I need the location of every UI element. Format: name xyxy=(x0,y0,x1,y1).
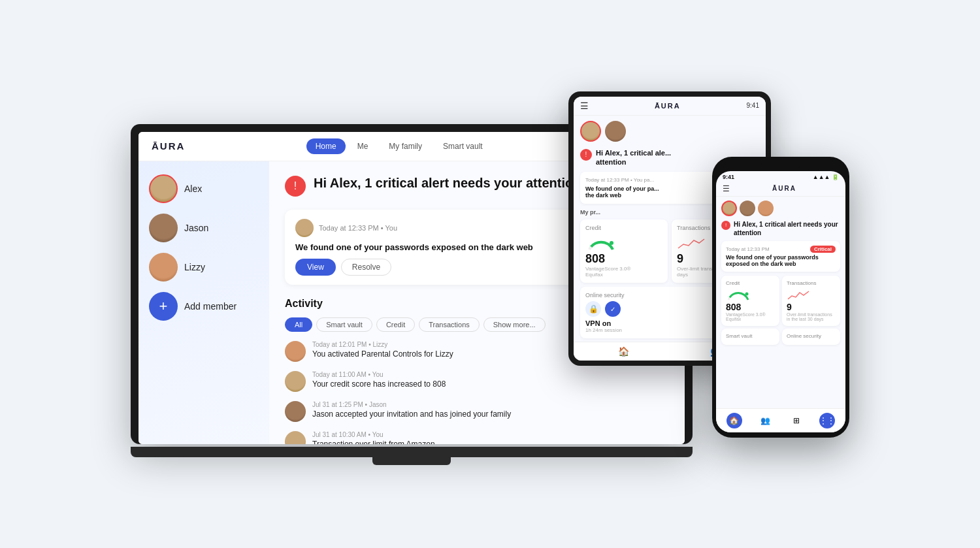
phone-notch xyxy=(761,162,800,169)
tablet-alert-icon: ! xyxy=(580,149,592,161)
sidebar: Alex Jason Lizzy + Add member xyxy=(139,161,269,444)
filter-credit[interactable]: Credit xyxy=(376,317,415,332)
laptop-base xyxy=(131,447,693,457)
critical-alert-icon: ! xyxy=(285,176,306,197)
phone-alert-icon: ! xyxy=(721,221,730,230)
member-name-lizzy: Lizzy xyxy=(184,262,205,272)
phone-alert-text: Hi Alex, 1 critical alert needs your att… xyxy=(734,220,840,237)
tablet-avatar-jason xyxy=(605,121,626,142)
tablet-avatar-alex xyxy=(580,121,601,142)
avatar-jason xyxy=(149,214,178,242)
phone-transactions-title: Transactions xyxy=(787,280,836,286)
member-lizzy[interactable]: Lizzy xyxy=(149,253,259,282)
svg-point-0 xyxy=(610,241,613,245)
phone-logo: ĀURA xyxy=(730,185,839,192)
phone-screen: 9:41 ▲▲▲ 🔋 ☰ ĀURA ! Hi Alex, 1 critic xyxy=(716,171,845,432)
security-active-icon: ✓ xyxy=(605,301,621,317)
nav-tab-home[interactable]: Home xyxy=(306,138,346,154)
tablet-alert-text: Hi Alex, 1 critical ale...attention xyxy=(596,148,671,167)
nav-tab-me[interactable]: Me xyxy=(348,138,378,154)
activity-time-3: Jul 31 at 1:25 PM • Jason xyxy=(312,401,511,408)
add-member-button[interactable]: + Add member xyxy=(149,292,259,321)
tablet-avatars xyxy=(580,121,759,142)
phone-content: ! Hi Alex, 1 critical alert needs your a… xyxy=(716,197,845,408)
phone-body: 9:41 ▲▲▲ 🔋 ☰ ĀURA ! Hi Alex, 1 critic xyxy=(712,157,849,438)
filter-all[interactable]: All xyxy=(285,317,312,332)
tablet-home-icon[interactable]: 🏠 xyxy=(618,346,629,357)
phone-alert: ! Hi Alex, 1 critical alert needs your a… xyxy=(721,220,840,237)
tablet-menu-icon[interactable]: ☰ xyxy=(580,101,589,111)
laptop-logo: ĀURA xyxy=(152,140,185,152)
activity-avatar-1 xyxy=(285,341,306,362)
phone-grid-nav[interactable]: ⋮⋮ xyxy=(819,413,835,428)
avatar-alex xyxy=(149,174,178,203)
member-jason[interactable]: Jason xyxy=(149,214,259,242)
phone-status-bar: 9:41 ▲▲▲ 🔋 xyxy=(716,171,845,182)
tablet-credit-gauge xyxy=(585,234,617,252)
resolve-button[interactable]: Resolve xyxy=(341,259,391,276)
phone-avatar-lizzy xyxy=(758,201,774,216)
nav-tabs: Home Me My family Smart vault xyxy=(306,138,492,154)
tablet-credit-sub: VantageScore 3.0® xyxy=(585,266,662,272)
phone-online-security-card: Online security xyxy=(782,329,840,345)
phone-time: 9:41 xyxy=(723,174,734,180)
activity-avatar-2 xyxy=(285,371,306,392)
tablet-navbar: ☰ ĀURA 9:41 xyxy=(574,97,766,116)
phone-critical-msg: We found one of your passwords exposed o… xyxy=(726,254,836,267)
nav-tab-family[interactable]: My family xyxy=(380,138,431,154)
avatar-lizzy xyxy=(149,253,178,282)
phone-credit-title: Credit xyxy=(726,280,775,286)
phone-signal: ▲▲▲ 🔋 xyxy=(813,174,839,180)
critical-time: Today at 12:33 PM • You xyxy=(319,224,397,232)
phone-stats-row: Credit 808 VantageScore 3.0® Equifax xyxy=(721,276,840,326)
filter-smart-vault[interactable]: Smart vault xyxy=(316,317,372,332)
activity-time-2: Today at 11:00 AM • You xyxy=(312,371,446,378)
activity-avatar-3 xyxy=(285,401,306,422)
activity-msg-4: Transaction over limit from Amazon xyxy=(312,440,435,444)
activity-item-4: Jul 31 at 10:30 AM • You Transaction ove… xyxy=(285,431,669,444)
add-icon: + xyxy=(149,292,178,321)
tablet-credit-card: Credit 808 VantageScore 3.0® Equifax xyxy=(580,219,668,283)
tablet-transactions-chart xyxy=(677,234,708,252)
phone-transactions-card: Transactions 9 Over-limit transactions i… xyxy=(782,276,840,326)
phone-avatars xyxy=(721,201,840,216)
phone-family-nav[interactable]: 👥 xyxy=(757,413,773,428)
activity-time-4: Jul 31 at 10:30 AM • You xyxy=(312,431,435,438)
activity-msg-3: Jason accepted your invitation and has j… xyxy=(312,410,511,419)
phone-credit-sub: VantageScore 3.0® xyxy=(726,312,775,317)
phone-critical-time: Today at 12:33 PM xyxy=(726,246,770,252)
phone-menu-icon[interactable]: ☰ xyxy=(723,184,730,193)
phone-smart-vault-card: Smart vault xyxy=(721,329,779,345)
phone-critical-badge: Critical xyxy=(810,246,836,253)
nav-tab-vault[interactable]: Smart vault xyxy=(434,138,492,154)
filter-transactions[interactable]: Transactions xyxy=(419,317,480,332)
phone-smart-vault-title: Smart vault xyxy=(726,333,775,339)
phone-online-security-title: Online security xyxy=(787,333,836,339)
activity-msg-2: Your credit score has increased to 808 xyxy=(312,379,446,389)
activity-time-1: Today at 12:01 PM • Lizzy xyxy=(312,341,453,348)
filter-show-more[interactable]: Show more... xyxy=(483,317,546,332)
phone-vault-nav[interactable]: ⊞ xyxy=(789,413,804,428)
scene: ĀURA Home Me My family Smart vault Help … xyxy=(131,72,849,477)
tablet-credit-title: Credit xyxy=(585,225,662,231)
laptop-stand xyxy=(372,457,451,465)
activity-msg-1: You activated Parental Controls for Lizz… xyxy=(312,349,453,359)
phone-bottom-cards: Smart vault Online security xyxy=(721,329,840,345)
phone-avatar-alex xyxy=(721,201,737,216)
phone-home-nav[interactable]: 🏠 xyxy=(727,413,742,428)
phone-transactions-chart xyxy=(787,287,811,302)
svg-point-1 xyxy=(745,292,749,295)
activity-item-2: Today at 11:00 AM • You Your credit scor… xyxy=(285,371,669,392)
tablet-credit-score: 808 xyxy=(585,252,662,266)
member-alex[interactable]: Alex xyxy=(149,174,259,203)
view-button[interactable]: View xyxy=(295,259,336,276)
phone-transactions-sub: Over-limit transactions in the last 30 d… xyxy=(787,312,836,321)
tablet-credit-sub2: Equifax xyxy=(585,272,662,278)
add-member-label: Add member xyxy=(184,301,237,312)
vpn-icon: 🔒 xyxy=(585,301,601,317)
phone-transactions-count: 9 xyxy=(787,302,836,312)
tablet-status: 9:41 xyxy=(747,102,759,109)
critical-avatar xyxy=(295,219,314,237)
phone-bottom-nav: 🏠 👥 ⊞ ⋮⋮ xyxy=(716,408,845,432)
phone-avatar-jason xyxy=(740,201,755,216)
